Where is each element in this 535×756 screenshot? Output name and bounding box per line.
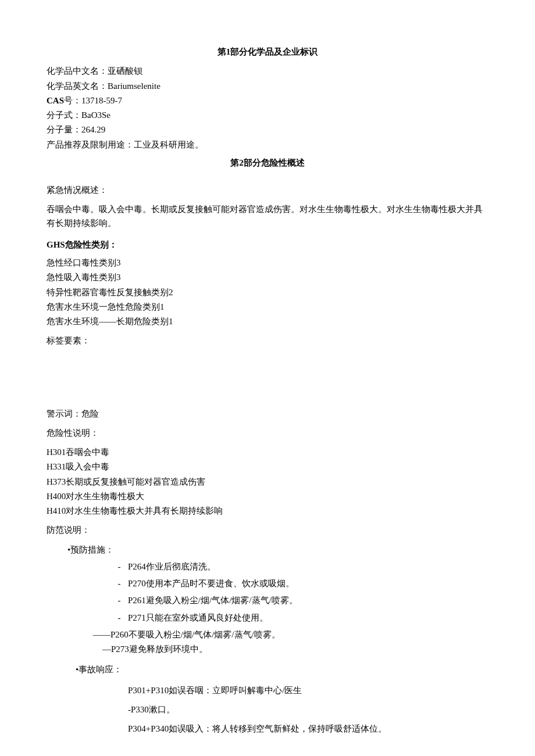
mw-value: 264.29 (81, 125, 105, 134)
dash-icon: - (110, 577, 128, 590)
prevention-item: -P271只能在室外或通风良好处使用。 (47, 611, 488, 625)
cas-value: 13718-59-7 (81, 96, 122, 105)
mw-line: 分子量：264.29 (47, 123, 488, 137)
section2-title: 第2部分危险性概述 (47, 156, 488, 170)
ghs-class-item: 危害水生环境一急性危险类别1 (47, 300, 488, 314)
response-item: P304+P340如误吸入：将人转移到空气新鲜处，保持呼吸舒适体位。 (47, 722, 488, 736)
usage-value: 工业及科研用途。 (134, 140, 204, 149)
s1-suffix: 部分化学品及企业标识 (230, 47, 318, 56)
s2-prefix: 第 (230, 158, 239, 167)
mw-label: 分子量： (47, 125, 81, 134)
section1-title: 第1部分化学品及企业标识 (47, 45, 488, 59)
cas-sep: 号： (64, 96, 81, 105)
ghs-prefix: GHS (47, 240, 65, 249)
name-en-line: 化学品英文名：Bariumselenite (47, 80, 488, 93)
prevention-item: -P264作业后彻底清洗。 (47, 560, 488, 574)
cas-label: CAS (47, 96, 64, 105)
ghs-class-item: 特异性靶器官毒性反复接触类别2 (47, 286, 488, 299)
signal-word-label: 警示词： (47, 409, 81, 418)
pictogram-placeholder (47, 354, 488, 406)
hazard-statement: H301吞咽会中毒 (47, 446, 488, 459)
prevention-text: P270使用本产品时不要进食、饮水或吸烟。 (128, 579, 294, 588)
usage-line: 产品推荐及限制用途：工业及科研用途。 (47, 138, 488, 152)
name-cn-line: 化学品中文名：亚硒酸钡 (47, 65, 488, 78)
emergency-text: 吞咽会中毒。吸入会中毒。长期或反复接触可能对器官造成伤害。对水生生物毒性极大。对… (47, 203, 488, 230)
name-cn-label: 化学品中文名： (47, 66, 108, 76)
dash-icon: - (110, 611, 128, 625)
dash-icon: - (110, 560, 128, 574)
ghs-class-item: 危害水生环境——长期危险类别1 (47, 315, 488, 328)
ghs-class-item: 急性吸入毒性类别3 (47, 271, 488, 284)
formula-line: 分子式：BaO3Se (47, 109, 488, 122)
response-item: P301+P310如误吞咽：立即呼叫解毒中心/医生 (47, 684, 488, 697)
prevention-item: -P261避免吸入粉尘/烟/气体/烟雾/蒸气/喷雾。 (47, 594, 488, 607)
prevention-text: P271只能在室外或通风良好处使用。 (128, 613, 268, 622)
prevention-label: •预防措施： (47, 543, 488, 557)
hazard-statement: H400对水生生物毒性极大 (47, 490, 488, 503)
signal-word-value: 危险 (81, 409, 99, 418)
prevention-item: -P270使用本产品时不要进食、饮水或吸烟。 (47, 577, 488, 590)
name-cn-value: 亚硒酸钡 (108, 66, 142, 76)
s1-prefix: 第 (217, 47, 226, 56)
cas-line: CAS号：13718-59-7 (47, 94, 488, 108)
formula-value: BaO3Se (81, 110, 110, 120)
precaution-heading: 防范说明： (47, 524, 488, 537)
name-en-label: 化学品英文名： (47, 81, 108, 91)
ghs-heading: GHS危险性类别： (47, 238, 488, 252)
dash-icon: - (110, 594, 128, 607)
response-label: •事故响应： (47, 663, 488, 676)
formula-label: 分子式： (47, 110, 81, 120)
hazard-heading: 危险性说明： (47, 427, 488, 440)
s2-suffix: 部分危险性概述 (244, 158, 305, 167)
name-en-value: Bariumselenite (108, 81, 160, 91)
prevention-tail: —P273避免释放到环境中。 (47, 643, 488, 656)
response-item: -P330漱口。 (47, 703, 488, 716)
hazard-statement: H331吸入会中毒 (47, 460, 488, 474)
prevention-text: P264作业后彻底清洗。 (128, 562, 216, 571)
s2-num: 2 (239, 158, 244, 167)
hazard-statement: H373长期或反复接触可能对器官造成伤害 (47, 475, 488, 489)
signal-word-line: 警示词：危险 (47, 407, 488, 421)
ghs-class-item: 急性经口毒性类别3 (47, 256, 488, 270)
usage-label: 产品推荐及限制用途： (47, 140, 134, 149)
prevention-text: P261避免吸入粉尘/烟/气体/烟雾/蒸气/喷雾。 (128, 596, 298, 605)
label-elements-heading: 标签要素： (47, 334, 488, 347)
hazard-statement: H410对水生生物毒性极大并具有长期持续影响 (47, 504, 488, 518)
emergency-heading: 紧急情况概述： (47, 184, 488, 197)
prevention-tail: ——P260不要吸入粉尘/烟/气体/烟雾/蒸气/喷雾。 (47, 628, 488, 642)
ghs-suffix: 危险性类别： (65, 240, 117, 249)
